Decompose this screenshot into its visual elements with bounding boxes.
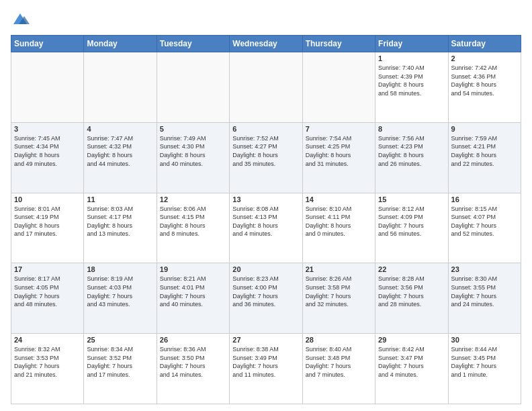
calendar-cell [157,52,229,123]
day-info: Sunrise: 8:03 AM Sunset: 4:17 PM Dayligh… [87,205,153,238]
day-info: Sunrise: 7:52 AM Sunset: 4:27 PM Dayligh… [232,134,299,168]
calendar-cell: 15Sunrise: 8:12 AM Sunset: 4:09 PM Dayli… [375,193,448,263]
day-number: 17 [14,265,81,273]
calendar-cell: 2Sunrise: 7:42 AM Sunset: 4:36 PM Daylig… [448,52,521,123]
page: SundayMondayTuesdayWednesdayThursdayFrid… [0,0,532,411]
day-info: Sunrise: 8:10 AM Sunset: 4:11 PM Dayligh… [306,205,372,238]
calendar-cell: 6Sunrise: 7:52 AM Sunset: 4:27 PM Daylig… [230,122,302,193]
day-info: Sunrise: 7:42 AM Sunset: 4:36 PM Dayligh… [451,64,518,97]
calendar-cell: 9Sunrise: 7:59 AM Sunset: 4:21 PM Daylig… [448,122,521,193]
day-info: Sunrise: 7:40 AM Sunset: 4:39 PM Dayligh… [378,64,445,97]
day-number: 19 [160,265,226,273]
day-info: Sunrise: 7:49 AM Sunset: 4:30 PM Dayligh… [160,134,226,168]
calendar-cell: 12Sunrise: 8:06 AM Sunset: 4:15 PM Dayli… [157,193,229,263]
calendar-cell: 14Sunrise: 8:10 AM Sunset: 4:11 PM Dayli… [302,193,375,263]
day-info: Sunrise: 7:59 AM Sunset: 4:21 PM Dayligh… [451,134,518,168]
day-number: 26 [160,336,226,344]
day-number: 24 [14,336,81,344]
calendar-cell: 5Sunrise: 7:49 AM Sunset: 4:30 PM Daylig… [157,122,229,193]
day-number: 9 [451,125,518,133]
calendar-cell: 8Sunrise: 7:56 AM Sunset: 4:23 PM Daylig… [375,122,448,193]
day-number: 3 [14,125,81,133]
day-info: Sunrise: 8:42 AM Sunset: 3:47 PM Dayligh… [378,345,445,379]
calendar-cell: 23Sunrise: 8:30 AM Sunset: 3:55 PM Dayli… [448,263,521,334]
day-info: Sunrise: 7:45 AM Sunset: 4:34 PM Dayligh… [14,134,81,168]
day-info: Sunrise: 8:40 AM Sunset: 3:48 PM Dayligh… [306,345,372,379]
calendar-cell: 25Sunrise: 8:34 AM Sunset: 3:52 PM Dayli… [84,334,157,404]
calendar-cell: 3Sunrise: 7:45 AM Sunset: 4:34 PM Daylig… [11,122,84,193]
calendar-cell: 20Sunrise: 8:23 AM Sunset: 4:00 PM Dayli… [230,263,302,334]
day-info: Sunrise: 8:19 AM Sunset: 4:03 PM Dayligh… [87,275,153,308]
day-number: 21 [306,265,372,273]
day-info: Sunrise: 8:38 AM Sunset: 3:49 PM Dayligh… [232,345,299,379]
day-number: 8 [378,125,445,133]
calendar-cell: 28Sunrise: 8:40 AM Sunset: 3:48 PM Dayli… [302,334,375,404]
calendar-cell [11,52,84,123]
calendar-day-header: Tuesday [157,36,229,52]
calendar-cell: 7Sunrise: 7:54 AM Sunset: 4:25 PM Daylig… [302,122,375,193]
calendar-cell: 16Sunrise: 8:15 AM Sunset: 4:07 PM Dayli… [448,193,521,263]
day-number: 15 [378,195,445,203]
day-info: Sunrise: 8:17 AM Sunset: 4:05 PM Dayligh… [14,275,81,308]
day-info: Sunrise: 8:28 AM Sunset: 3:56 PM Dayligh… [378,275,445,308]
day-info: Sunrise: 8:34 AM Sunset: 3:52 PM Dayligh… [87,345,153,379]
calendar-cell: 26Sunrise: 8:36 AM Sunset: 3:50 PM Dayli… [157,334,229,404]
day-info: Sunrise: 8:06 AM Sunset: 4:15 PM Dayligh… [160,205,226,238]
day-number: 30 [451,336,518,344]
calendar-week-row: 24Sunrise: 8:32 AM Sunset: 3:53 PM Dayli… [11,334,521,404]
day-info: Sunrise: 8:21 AM Sunset: 4:01 PM Dayligh… [160,275,226,308]
day-info: Sunrise: 8:44 AM Sunset: 3:45 PM Dayligh… [451,345,518,379]
day-number: 1 [378,54,445,62]
day-number: 22 [378,265,445,273]
day-number: 14 [306,195,372,203]
calendar-day-header: Thursday [302,36,375,52]
calendar-table: SundayMondayTuesdayWednesdayThursdayFrid… [11,35,521,404]
day-number: 4 [87,125,153,133]
calendar-cell: 24Sunrise: 8:32 AM Sunset: 3:53 PM Dayli… [11,334,84,404]
logo-icon [11,11,30,30]
calendar-week-row: 10Sunrise: 8:01 AM Sunset: 4:19 PM Dayli… [11,193,521,263]
day-number: 5 [160,125,226,133]
calendar-cell: 11Sunrise: 8:03 AM Sunset: 4:17 PM Dayli… [84,193,157,263]
calendar-cell [84,52,157,123]
day-number: 20 [232,265,299,273]
day-number: 7 [306,125,372,133]
day-info: Sunrise: 8:23 AM Sunset: 4:00 PM Dayligh… [232,275,299,308]
calendar-cell: 19Sunrise: 8:21 AM Sunset: 4:01 PM Dayli… [157,263,229,334]
day-info: Sunrise: 8:36 AM Sunset: 3:50 PM Dayligh… [160,345,226,379]
calendar-week-row: 3Sunrise: 7:45 AM Sunset: 4:34 PM Daylig… [11,122,521,193]
calendar-day-header: Monday [84,36,157,52]
calendar-cell: 18Sunrise: 8:19 AM Sunset: 4:03 PM Dayli… [84,263,157,334]
day-number: 13 [232,195,299,203]
day-info: Sunrise: 8:08 AM Sunset: 4:13 PM Dayligh… [232,205,299,238]
day-number: 23 [451,265,518,273]
calendar-day-header: Wednesday [230,36,302,52]
calendar-cell: 17Sunrise: 8:17 AM Sunset: 4:05 PM Dayli… [11,263,84,334]
day-number: 18 [87,265,153,273]
calendar-week-row: 1Sunrise: 7:40 AM Sunset: 4:39 PM Daylig… [11,52,521,123]
calendar-day-header: Friday [375,36,448,52]
calendar-cell: 13Sunrise: 8:08 AM Sunset: 4:13 PM Dayli… [230,193,302,263]
calendar-cell: 21Sunrise: 8:26 AM Sunset: 3:58 PM Dayli… [302,263,375,334]
day-info: Sunrise: 7:54 AM Sunset: 4:25 PM Dayligh… [306,134,372,168]
day-info: Sunrise: 8:01 AM Sunset: 4:19 PM Dayligh… [14,205,81,238]
header [11,11,521,30]
day-info: Sunrise: 8:12 AM Sunset: 4:09 PM Dayligh… [378,205,445,238]
calendar-cell [230,52,302,123]
calendar-day-header: Saturday [448,36,521,52]
day-number: 10 [14,195,81,203]
day-info: Sunrise: 7:56 AM Sunset: 4:23 PM Dayligh… [378,134,445,168]
day-number: 12 [160,195,226,203]
day-info: Sunrise: 8:30 AM Sunset: 3:55 PM Dayligh… [451,275,518,308]
calendar-cell: 30Sunrise: 8:44 AM Sunset: 3:45 PM Dayli… [448,334,521,404]
calendar-cell: 29Sunrise: 8:42 AM Sunset: 3:47 PM Dayli… [375,334,448,404]
day-number: 27 [232,336,299,344]
calendar-header-row: SundayMondayTuesdayWednesdayThursdayFrid… [11,36,521,52]
day-number: 28 [306,336,372,344]
calendar-cell: 10Sunrise: 8:01 AM Sunset: 4:19 PM Dayli… [11,193,84,263]
calendar-cell: 4Sunrise: 7:47 AM Sunset: 4:32 PM Daylig… [84,122,157,193]
calendar-cell: 1Sunrise: 7:40 AM Sunset: 4:39 PM Daylig… [375,52,448,123]
day-info: Sunrise: 8:26 AM Sunset: 3:58 PM Dayligh… [306,275,372,308]
day-number: 16 [451,195,518,203]
day-info: Sunrise: 8:15 AM Sunset: 4:07 PM Dayligh… [451,205,518,238]
